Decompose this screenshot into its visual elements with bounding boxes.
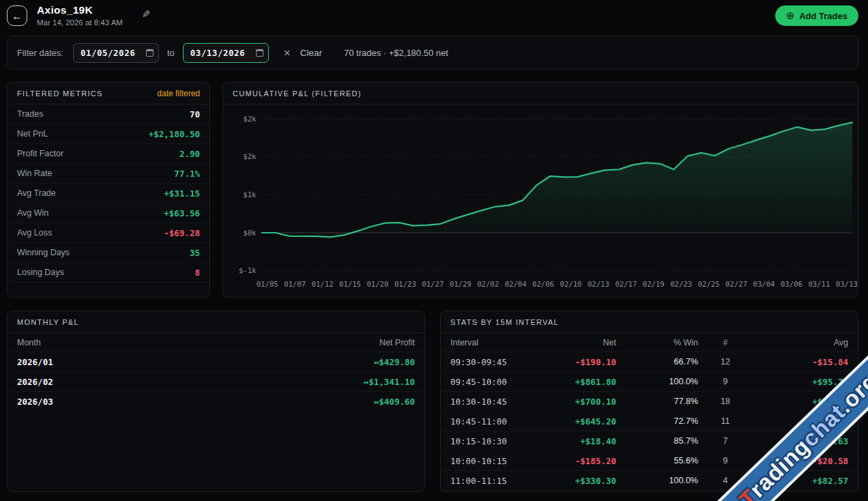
svg-text:03/04: 03/04 [753, 280, 775, 289]
metric-value: 2.90 [179, 149, 200, 159]
svg-text:01/15: 01/15 [339, 280, 361, 289]
interval-cell: 10:00-10:15 [450, 456, 546, 466]
interval-column-header: Interval [450, 338, 546, 347]
end-date-input[interactable] [183, 43, 269, 63]
svg-text:01/27: 01/27 [422, 280, 444, 289]
metric-value: +$63.56 [164, 208, 200, 218]
stats-interval-panel: STATS BY 15M INTERVAL Interval Net % Win… [440, 311, 858, 492]
metric-value: 8 [194, 268, 200, 278]
net-column-header: Net [546, 338, 616, 347]
interval-cell: 11:00-11:15 [450, 476, 546, 486]
svg-text:03/06: 03/06 [781, 280, 802, 289]
count-cell: 18 [698, 397, 753, 406]
start-date-wrap [73, 43, 159, 63]
interval-cell: 10:30-10:45 [450, 397, 546, 407]
avg-cell: -$20.58 [753, 456, 848, 466]
metrics-title: FILTERED METRICS [17, 89, 103, 98]
avg-cell: +$58.65 [753, 416, 848, 427]
metric-row: Avg Loss-$69.28 [8, 223, 209, 243]
monthly-header-row: Month Net Profit [8, 333, 424, 352]
svg-text:02/23: 02/23 [670, 280, 692, 289]
svg-text:02/10: 02/10 [560, 280, 582, 289]
filter-dates-label: Filter dates: [17, 48, 63, 58]
monthly-rows: 2026/01↔$429.802026/02↔$1,341.102026/03↔… [8, 352, 424, 412]
metric-label: Winning Days [17, 248, 70, 257]
svg-text:03/11: 03/11 [808, 280, 830, 289]
metric-label: Win Rate [17, 169, 52, 178]
win-cell: 100.0% [616, 476, 698, 485]
metric-value: -$69.28 [164, 228, 200, 238]
metric-label: Avg Trade [17, 188, 56, 198]
svg-text:02/27: 02/27 [725, 280, 747, 289]
pnl-area-fill [262, 122, 852, 237]
metric-label: Trades [17, 109, 43, 119]
svg-text:$1k: $1k [243, 190, 257, 199]
page-title: Axios_19K [37, 4, 123, 16]
net-cell: +$700.10 [546, 397, 616, 407]
net-cell: -$185.20 [546, 456, 616, 466]
stats-row: 09:30-09:45-$190.1066.7%12-$15.84 [441, 352, 858, 372]
svg-text:02/17: 02/17 [615, 280, 637, 289]
win-cell: 66.7% [616, 357, 698, 367]
stats-row: 10:15-10:30+$18.4085.7%7+$2.63 [441, 431, 858, 451]
metrics-title-row: FILTERED METRICS date filtered [8, 83, 209, 104]
stats-row: 10:30-10:45+$700.1077.8%18+$38.89 [441, 392, 858, 412]
app-header: ← Axios_19K Mar 14, 2026 at 8:43 AM ✎ ⊕ … [7, 4, 858, 33]
count-cell: 4 [698, 476, 753, 485]
clear-button[interactable]: Clear [300, 48, 322, 58]
start-date-input[interactable] [73, 43, 159, 63]
net-cell: -$190.10 [546, 357, 616, 367]
metric-label: Avg Win [17, 208, 48, 218]
avg-cell: +$82.57 [753, 476, 848, 486]
svg-text:02/02: 02/02 [477, 280, 499, 289]
metric-value: +$31.15 [164, 188, 200, 199]
win-cell: 85.7% [616, 436, 698, 446]
month-cell: 2026/01 [17, 357, 53, 367]
interval-cell: 10:15-10:30 [450, 436, 546, 446]
metric-label: Losing Days [17, 268, 64, 277]
net-cell: +$861.80 [546, 377, 616, 387]
svg-text:01/23: 01/23 [394, 280, 416, 289]
svg-text:03/13: 03/13 [836, 280, 858, 289]
count-cell: 11 [698, 416, 753, 426]
monthly-title: MONTHLY P&L [17, 318, 79, 326]
cumulative-pnl-chart: $2k$2k$1k$0k$-1k 01/0501/0701/1201/1501/… [223, 105, 858, 296]
metric-value: 70 [190, 109, 200, 119]
month-cell: 2026/03 [17, 397, 53, 407]
metric-row: Win Rate77.1% [8, 164, 209, 184]
page-subtitle: Mar 14, 2026 at 8:43 AM [37, 18, 123, 27]
interval-cell: 10:45-11:00 [450, 416, 546, 427]
avg-cell: +$95.76 [753, 377, 848, 387]
svg-text:02/13: 02/13 [588, 280, 609, 289]
cumulative-pnl-panel: CUMULATIVE P&L (FILTERED) $2k$2k$1k$0k$-… [222, 82, 858, 298]
metric-value: +$2,180.50 [149, 129, 200, 139]
pnl-line-chart-svg: $2k$2k$1k$0k$-1k 01/0501/0701/1201/1501/… [223, 105, 858, 296]
add-trades-button[interactable]: ⊕ Add Trades [775, 5, 858, 26]
net-profit-cell: ↔$409.60 [374, 397, 415, 407]
monthly-row: 2026/03↔$409.60 [8, 392, 424, 412]
svg-text:$2k: $2k [243, 115, 257, 124]
chart-title: CUMULATIVE P&L (FILTERED) [233, 89, 362, 98]
avg-cell: +$38.89 [753, 397, 848, 407]
metric-row: Losing Days8 [8, 263, 209, 283]
win-cell: 55.6% [616, 456, 698, 466]
count-cell: 9 [698, 377, 753, 386]
svg-text:01/20: 01/20 [366, 280, 388, 289]
svg-text:02/19: 02/19 [643, 280, 665, 289]
title-block: Axios_19K Mar 14, 2026 at 8:43 AM [37, 4, 123, 27]
back-button[interactable]: ← [7, 5, 27, 26]
metric-value: 77.1% [174, 169, 200, 179]
monthly-title-row: MONTHLY P&L [8, 311, 424, 333]
clear-x-icon[interactable]: × [284, 47, 291, 59]
monthly-row: 2026/01↔$429.80 [8, 352, 424, 372]
count-cell: 12 [698, 357, 753, 367]
svg-text:02/06: 02/06 [532, 280, 554, 289]
month-cell: 2026/02 [17, 377, 53, 387]
metric-label: Profit Factor [17, 149, 63, 158]
metric-label: Net PnL [17, 129, 48, 139]
edit-pencil-icon[interactable]: ✎ [142, 8, 151, 20]
date-filtered-badge: date filtered [157, 89, 200, 98]
filter-summary: 70 trades · +$2,180.50 net [344, 48, 448, 58]
stats-row: 11:00-11:15+$330.30100.0%4+$82.57 [441, 471, 858, 491]
count-cell: 7 [698, 436, 753, 446]
